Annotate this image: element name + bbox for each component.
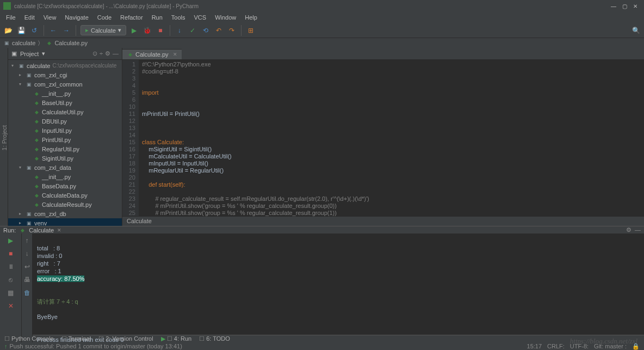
collapse-icon[interactable]: ⊙ [92, 50, 97, 57]
tree-item[interactable]: ▾▣calculate C:\zxl\workspace\calculate [8, 61, 122, 70]
editor-breadcrumb[interactable]: Calculate [122, 216, 644, 226]
tree-item[interactable]: ◆SigintUtil.py [8, 153, 122, 163]
back-icon[interactable]: ← [48, 26, 58, 35]
project-tool-tab[interactable]: 1: Project [1, 125, 8, 150]
chevron-icon[interactable]: ▸ [19, 211, 23, 216]
hide-icon[interactable]: — [113, 50, 119, 57]
settings-gear-icon[interactable]: ⚙ [626, 226, 631, 234]
tree-item[interactable]: ◆DBUtil.py [8, 116, 122, 126]
run-toolbar-left: ▶ ■ ⏸ ⎋ ▦ ✕ [0, 234, 22, 347]
tree-item[interactable]: ◆RegularUtil.py [8, 144, 122, 153]
chevron-icon[interactable]: ▾ [11, 63, 16, 68]
tool-window-python-console[interactable]: ☐ Python Console [4, 335, 54, 342]
run-panel: Run: ◆ Calculate ✕ ⚙ — ▶ ■ ⏸ ⎋ ▦ ✕ ↑ ↓ ↩… [0, 226, 644, 335]
tree-item[interactable]: ▾▣com_zxl_data [8, 163, 122, 172]
menu-window[interactable]: Window [211, 13, 240, 22]
close-button[interactable]: ✕ [630, 3, 641, 9]
tool-window-version-control[interactable]: ☐ 2: Version Control [98, 335, 153, 342]
dropdown-icon[interactable]: ▾ [42, 50, 45, 57]
search-icon[interactable]: 🔍 [631, 26, 641, 35]
exit-icon[interactable]: ⎋ [6, 275, 16, 285]
tree-item[interactable]: ▾▣com_zxl_common [8, 79, 122, 89]
tree-item[interactable]: ◆__init__.py [8, 172, 122, 181]
vcs-revert-icon[interactable]: ↶ [214, 26, 224, 35]
tree-item[interactable]: ◆__init__.py [8, 89, 122, 98]
print-icon[interactable]: 🖶 [22, 275, 32, 285]
run-config-icon: ▸ [85, 27, 89, 34]
code-area[interactable]: #!C:\Python27\python.exe#coding=utf-8 im… [139, 60, 644, 216]
tree-item[interactable]: ▸▣com_zxl_db [8, 209, 122, 218]
menu-run[interactable]: Run [148, 13, 166, 22]
project-tree[interactable]: ▾▣calculate C:\zxl\workspace\calculate▸▣… [8, 60, 122, 226]
chevron-icon[interactable]: ▸ [19, 72, 23, 77]
pause-icon[interactable]: ⏸ [6, 262, 16, 272]
cursor-position[interactable]: 15:17 [527, 343, 542, 350]
settings-gear-icon[interactable]: ⚙ [105, 50, 110, 57]
sync-icon[interactable]: ↺ [29, 26, 39, 35]
run-tab-label[interactable]: Calculate [29, 227, 54, 234]
hide-icon[interactable]: — [635, 226, 641, 234]
breadcrumb-item[interactable]: calculate [12, 40, 35, 46]
wrap-icon[interactable]: ↩ [22, 262, 32, 272]
tool-window-run[interactable]: ▶ ☐ 4: Run [161, 335, 192, 342]
tree-item[interactable]: ▸▣venv [8, 218, 122, 226]
menu-vcs[interactable]: VCS [190, 13, 210, 22]
rerun-icon[interactable]: ▶ [6, 236, 16, 245]
menu-refactor[interactable]: Refactor [116, 13, 147, 22]
structure-icon[interactable]: ⊞ [246, 26, 256, 35]
py-icon: ◆ [33, 118, 40, 125]
vcs-update-icon[interactable]: ↓ [175, 26, 184, 35]
tree-item[interactable]: ◆BaseUtil.py [8, 98, 122, 107]
up-icon[interactable]: ↑ [22, 236, 32, 245]
vcs-history-icon[interactable]: ⟲ [201, 26, 210, 35]
close-tab-icon[interactable]: ✕ [173, 52, 177, 57]
close-icon[interactable]: ✕ [6, 301, 16, 311]
menu-code[interactable]: Code [94, 13, 115, 22]
maximize-button[interactable]: ▢ [619, 3, 630, 9]
tree-item[interactable]: ◆CalculateData.py [8, 191, 122, 200]
save-icon[interactable]: 💾 [16, 26, 26, 35]
menu-edit[interactable]: Edit [21, 13, 39, 22]
tool-window-terminal[interactable]: ☐ Terminal [61, 335, 91, 342]
breadcrumb-item[interactable]: Calculate.py [54, 40, 88, 46]
stop-icon[interactable]: ■ [6, 249, 16, 259]
chevron-icon[interactable]: ▾ [19, 82, 23, 87]
stop-icon[interactable]: ■ [156, 26, 165, 35]
menu-navigate[interactable]: Navigate [61, 13, 92, 22]
layout-icon[interactable]: ▦ [6, 288, 16, 298]
project-header-label[interactable]: Project [20, 51, 39, 57]
editor-tab[interactable]: ◆ Calculate.py ✕ [122, 49, 182, 59]
menu-view[interactable]: View [40, 13, 60, 22]
folder-icon: ▣ [3, 40, 10, 46]
tree-item[interactable]: ◆CalculateUtil.py [8, 107, 122, 116]
tool-window-todo[interactable]: ☐ 6: TODO [199, 335, 230, 342]
menu-help[interactable]: Help [241, 13, 261, 22]
forward-icon[interactable]: → [61, 26, 71, 35]
tree-path: C:\zxl\workspace\calculate [52, 63, 116, 69]
chevron-icon[interactable]: ▾ [19, 165, 23, 170]
line-separator[interactable]: CRLF: [547, 343, 565, 350]
tree-label: CalculateUtil.py [42, 109, 83, 115]
tree-item[interactable]: ◆PrintUtil.py [8, 135, 122, 144]
debug-icon[interactable]: 🐞 [143, 26, 152, 35]
run-config-selector[interactable]: ▸ Calculate ▾ [81, 25, 126, 35]
open-icon[interactable]: 📂 [3, 26, 13, 35]
vcs-commit-icon[interactable]: ✓ [188, 26, 197, 35]
vcs-push-icon[interactable]: ↷ [227, 26, 237, 35]
down-icon[interactable]: ↓ [22, 249, 32, 259]
chevron-icon[interactable]: ▸ [19, 220, 23, 225]
tree-item[interactable]: ▸▣com_zxl_cgi [8, 70, 122, 79]
close-icon[interactable]: ✕ [57, 228, 61, 233]
tree-item[interactable]: ◆BaseData.py [8, 181, 122, 191]
run-icon[interactable]: ▶ [129, 26, 139, 35]
fold-icon: ▣ [26, 220, 32, 226]
menu-tools[interactable]: Tools [168, 13, 189, 22]
py-icon: ◆ [33, 90, 40, 97]
trash-icon[interactable]: 🗑 [22, 288, 32, 298]
run-output[interactable]: total : 8invalid : 0right : 7error : 1ac… [33, 234, 644, 347]
tree-item[interactable]: ◆InputUtil.py [8, 126, 122, 135]
expand-icon[interactable]: ÷ [100, 50, 103, 57]
menu-file[interactable]: File [2, 13, 20, 22]
minimize-button[interactable]: — [608, 3, 619, 9]
tree-item[interactable]: ◆CalculateResult.py [8, 200, 122, 209]
